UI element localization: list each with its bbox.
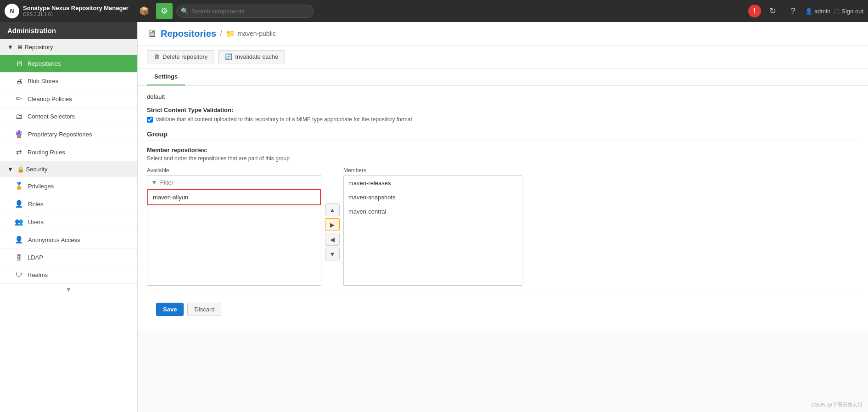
sidebar-section-repository[interactable]: ▼ 🖥 Repository	[0, 39, 137, 55]
sidebar-item-realms-label: Realms	[28, 271, 48, 278]
sidebar-item-content-selectors[interactable]: 🗂 Content Selectors	[0, 108, 137, 125]
username: admin	[814, 8, 830, 15]
group-section: Group Member repositories: Select and or…	[147, 130, 859, 286]
sidebar-item-ldap-label: LDAP	[28, 254, 43, 261]
sidebar-item-cleanup-policies-label: Cleanup Policies	[28, 96, 72, 102]
signout-label: Sign out	[841, 8, 863, 15]
user-menu[interactable]: 👤 admin	[805, 8, 830, 15]
sidebar-item-users-label: Users	[28, 219, 44, 226]
sidebar-item-routing-rules[interactable]: ⇄ Routing Rules	[0, 143, 137, 161]
admin-icon-btn[interactable]: ⚙	[156, 3, 173, 19]
members-list-box: maven-releases maven-snapshots maven-cen…	[343, 175, 522, 286]
sidebar-item-anonymous-access-label: Anonymous Access	[28, 237, 80, 243]
sidebar-item-users[interactable]: 👥 Users	[0, 213, 137, 231]
sidebar-scroll-down[interactable]: ▼	[0, 284, 137, 295]
sidebar-item-realms[interactable]: 🛡 Realms	[0, 266, 137, 284]
sidebar-item-cleanup-policies[interactable]: ✏ Cleanup Policies	[0, 90, 137, 108]
navbar-actions: ! ↻ ? 👤 admin ⬚ Sign out	[748, 3, 863, 19]
sidebar-item-repositories-label: Repositories	[28, 60, 61, 67]
move-down-button[interactable]: ▼	[325, 248, 340, 260]
settings-body: default Strict Content Type Validation: …	[138, 86, 868, 331]
group-title: Group	[147, 130, 859, 141]
strict-content-label: Strict Content Type Validation:	[147, 107, 859, 113]
error-badge[interactable]: !	[748, 5, 761, 17]
folder-icon: 📁	[226, 29, 235, 38]
member-repo-maven-central[interactable]: maven-central	[344, 204, 522, 219]
sidebar-section-security-label: 🔒 Security	[17, 166, 48, 173]
member-repos-desc: Select and order the repositories that a…	[147, 155, 859, 162]
browse-icon-btn[interactable]: 📦	[136, 3, 152, 19]
filter-icon: ▼	[151, 179, 157, 186]
discard-button[interactable]: Discard	[187, 303, 221, 316]
remove-from-members-button[interactable]: ◀	[325, 233, 340, 246]
privileges-icon: 🏅	[15, 182, 23, 190]
settings-tabs: Settings	[138, 68, 868, 86]
blob-store-field: default	[147, 93, 859, 100]
brand-title: Sonatype Nexus Repository Manager	[23, 5, 129, 12]
realms-icon: 🛡	[15, 271, 23, 279]
sidebar-item-roles-label: Roles	[28, 201, 43, 208]
invalidate-cache-button[interactable]: 🔄 Invalidate cache	[218, 50, 285, 63]
chevron-down-security-icon: ▼	[7, 166, 13, 173]
available-label: Available	[147, 167, 321, 174]
strict-content-checkbox[interactable]	[147, 117, 153, 123]
member-repo-maven-snapshots[interactable]: maven-snapshots	[344, 190, 522, 204]
anonymous-access-icon: 👤	[15, 236, 23, 244]
members-label: Members	[343, 167, 522, 174]
sidebar-item-roles[interactable]: 👤 Roles	[0, 195, 137, 213]
save-button[interactable]: Save	[156, 303, 184, 316]
strict-content-checkbox-row: Validate that all content uploaded to th…	[147, 116, 859, 123]
sidebar-item-blob-stores-label: Blob Stores	[28, 78, 58, 85]
sidebar-item-routing-rules-label: Routing Rules	[28, 149, 65, 156]
move-up-button[interactable]: ▲	[325, 203, 340, 216]
sidebar-item-proprietary-repos-label: Proprietary Repositories	[28, 131, 92, 138]
search-bar: 🔍	[176, 5, 314, 18]
page-header: 🖥 Repositories / 📁 maven-public	[138, 22, 868, 45]
watermark: CSDN @下雨天的太阳	[812, 401, 862, 408]
member-repo-maven-releases[interactable]: maven-releases	[344, 176, 522, 190]
roles-icon: 👤	[15, 200, 23, 208]
breadcrumb-separator: /	[220, 29, 222, 38]
repos-columns: Available ▼ maven-aliyun	[147, 167, 859, 286]
sidebar-item-privileges-label: Privileges	[28, 183, 54, 190]
tab-settings[interactable]: Settings	[147, 68, 185, 85]
help-btn[interactable]: ?	[785, 3, 801, 19]
sidebar-item-blob-stores[interactable]: 🖨 Blob Stores	[0, 73, 137, 90]
navbar: N Sonatype Nexus Repository Manager OSS …	[0, 0, 868, 22]
breadcrumb-current: 📁 maven-public	[226, 29, 276, 38]
signout-btn[interactable]: ⬚ Sign out	[834, 8, 863, 15]
sidebar-section-security[interactable]: ▼ 🔒 Security	[0, 161, 137, 177]
delete-icon: 🗑	[154, 53, 160, 60]
available-list-box: ▼ maven-aliyun	[147, 175, 321, 286]
member-repo-central-label: maven-central	[348, 208, 386, 215]
toolbar: 🗑 Delete repository 🔄 Invalidate cache	[138, 45, 868, 68]
sidebar-header: Administration	[0, 22, 137, 39]
available-repo-label: maven-aliyun	[153, 194, 188, 201]
sidebar-item-privileges[interactable]: 🏅 Privileges	[0, 177, 137, 195]
breadcrumb-current-label: maven-public	[238, 30, 276, 37]
sidebar-section-label: 🖥 Repository	[17, 44, 53, 51]
delete-button-label: Delete repository	[162, 53, 207, 60]
available-repo-maven-aliyun[interactable]: maven-aliyun	[147, 189, 321, 205]
breadcrumb-repositories[interactable]: Repositories	[161, 28, 216, 39]
blob-stores-icon: 🖨	[15, 77, 23, 85]
sidebar-item-ldap[interactable]: 🗄 LDAP	[0, 249, 137, 266]
members-col: Members maven-releases maven-snapshots m…	[343, 167, 522, 286]
add-to-members-button[interactable]: ▶	[325, 218, 340, 231]
signout-icon: ⬚	[834, 8, 840, 15]
layout: Administration ▼ 🖥 Repository 🖥 Reposito…	[0, 22, 868, 412]
cleanup-policies-icon: ✏	[15, 95, 23, 103]
filter-input[interactable]	[160, 179, 317, 186]
brand-logo: N	[5, 4, 19, 18]
brand: N Sonatype Nexus Repository Manager OSS …	[5, 4, 129, 18]
sidebar-item-anonymous-access[interactable]: 👤 Anonymous Access	[0, 231, 137, 249]
blob-store-value: default	[147, 93, 859, 100]
search-input[interactable]	[176, 5, 314, 18]
refresh-btn[interactable]: ↻	[765, 3, 781, 19]
sidebar-item-repositories[interactable]: 🖥 Repositories	[0, 55, 137, 73]
proprietary-repos-icon: 🔮	[15, 130, 23, 138]
main-content: 🖥 Repositories / 📁 maven-public 🗑 Delete…	[138, 22, 868, 412]
delete-repository-button[interactable]: 🗑 Delete repository	[147, 50, 214, 63]
sidebar-item-proprietary-repos[interactable]: 🔮 Proprietary Repositories	[0, 125, 137, 143]
invalidate-icon: 🔄	[225, 53, 232, 60]
